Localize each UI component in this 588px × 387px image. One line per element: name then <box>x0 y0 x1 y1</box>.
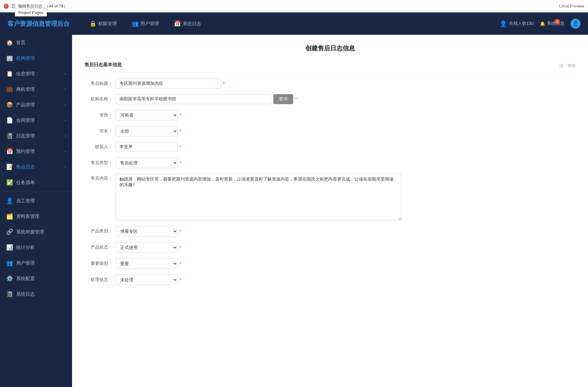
input-title[interactable] <box>116 79 221 89</box>
required-star-type: * <box>180 160 181 165</box>
label-product-status: 产品状态 <box>84 245 112 250</box>
chevron-appt: › <box>65 149 66 154</box>
sidebar-item-home[interactable]: 🏠 首页 <box>0 35 72 50</box>
required-star-importance: * <box>180 261 181 266</box>
label-content: 售后内容 <box>84 174 112 181</box>
input-org[interactable] <box>116 94 271 104</box>
label-org: 机构名称 <box>84 96 112 102</box>
sysdiarybot-icon: 📓 <box>6 291 13 297</box>
required-star-city: * <box>180 129 181 134</box>
stats-icon: 📊 <box>6 244 13 251</box>
select-city[interactable]: 全部 南阳市 郑州市 <box>116 126 178 136</box>
top-bar: × ☰ 编辑售后日志 （44 of 78） Local Preview <box>0 0 588 12</box>
sidebar-item-sysdiarybot[interactable]: 📓 系统日志 <box>0 286 72 302</box>
nav-label-users: 用户管理 <box>140 21 159 27</box>
online-icon: 👤 <box>499 20 507 27</box>
sidebar-item-product[interactable]: 📦 产品管理 › <box>0 97 72 113</box>
sidebar-item-staff[interactable]: 👤 员工管理 <box>0 193 72 209</box>
users-icon: 👥 <box>132 20 139 27</box>
label-city: 市名 <box>84 128 112 134</box>
sidebar-item-afterlog[interactable]: 📝 售后日志 › <box>0 159 72 175</box>
label-handle-status: 处理状态 <box>84 277 112 283</box>
sidebar-label-info: 信息管理 <box>16 71 35 77</box>
chevron-contract: › <box>65 118 66 122</box>
nav-item-users[interactable]: 👥 用户管理 <box>124 12 166 35</box>
staff-icon: 👤 <box>6 197 13 204</box>
sidebar-item-biz[interactable]: 💼 商机管理 › <box>0 81 72 97</box>
brand: 客户资源信息管理后台 <box>7 20 70 28</box>
section-header: 售后日志基本信息 注：带有 <box>84 62 576 72</box>
sidebar-item-diary[interactable]: 📓 日志管理 › <box>0 128 72 144</box>
online-label: 在线人数130 <box>509 21 534 26</box>
chevron-diary: › <box>65 134 66 138</box>
contract-icon: 📄 <box>6 117 13 124</box>
required-star-province: * <box>180 113 181 117</box>
sidebar-item-task[interactable]: ✅ 任务清单 <box>0 175 72 190</box>
sidebar-item-org[interactable]: 🏢 机构管理 <box>0 50 72 66</box>
calendar-icon: 📅 <box>174 20 181 27</box>
required-star-contact: * <box>180 145 181 150</box>
resource-icon: 🗂️ <box>6 213 13 220</box>
select-importance[interactable]: 重要 一般 紧急 <box>116 258 178 269</box>
field-row-importance: 重要级别 重要 一般 紧急 * <box>84 258 576 269</box>
sidebar-label-sysdiarybot: 系统日志 <box>16 291 35 297</box>
label-title: 售后标题 <box>84 81 112 86</box>
afterlog-icon: 📝 <box>6 164 13 170</box>
nav-item-syslog[interactable]: 📅 系统日志 <box>166 12 209 35</box>
chevron-product: › <box>65 103 66 107</box>
select-handle-status[interactable]: 未处理 处理中 已处理 <box>116 274 178 285</box>
label-type: 售后类型 <box>84 160 112 166</box>
info-icon: 📋 <box>6 70 13 77</box>
select-type[interactable]: 售后处理 技术支持 咨询 <box>116 158 178 168</box>
preview-label: Local Preview <box>559 4 584 8</box>
org-icon: 🏢 <box>6 55 13 62</box>
sidebar-label-appt: 预约管理 <box>16 149 35 154</box>
field-row-contact: 联系人 * <box>84 142 576 152</box>
page-title: 创建售后日志信息 <box>84 44 576 53</box>
nav-item-access[interactable]: 🔒 权限管理 <box>82 12 124 35</box>
label-product-cat: 产品类别 <box>84 228 112 234</box>
field-row-handle-status: 处理状态 未处理 处理中 已处理 * <box>84 274 576 285</box>
nav-label-access: 权限管理 <box>98 21 117 27</box>
chevron-info: › <box>65 71 66 76</box>
select-product-status[interactable]: 正式使用 试用 停用 <box>116 242 178 253</box>
sidebar-item-syscfg[interactable]: ⚙️ 系统配置 <box>0 271 72 286</box>
sidebar-label-staff: 员工管理 <box>16 198 35 204</box>
sidebar-item-info[interactable]: 📋 信息管理 › <box>0 66 72 81</box>
diary-icon: 📓 <box>6 132 13 139</box>
lock-icon: 🔒 <box>89 20 96 27</box>
field-row-city: 市名 全部 南阳市 郑州市 * <box>84 126 576 136</box>
sidebar-item-appt[interactable]: 📅 预约管理 › <box>0 144 72 159</box>
sidebar-item-usermgr[interactable]: 👥 用户管理 <box>0 255 72 271</box>
sidebar: 🏠 首页 🏢 机构管理 📋 信息管理 › 💼 商机管理 › 📦 产品管理 › 📄… <box>0 35 72 387</box>
sidebar-item-stats[interactable]: 📊 统计分析 <box>0 240 72 255</box>
menu-button[interactable]: ☰ <box>11 3 16 9</box>
sidebar-item-contract[interactable]: 📄 合同管理 › <box>0 113 72 128</box>
appt-icon: 📅 <box>6 148 13 155</box>
sidebar-label-task: 任务清单 <box>16 180 35 186</box>
sidebar-label-product: 产品管理 <box>16 102 35 108</box>
online-info[interactable]: 👤 在线人数130 <box>499 20 534 27</box>
section-note: 注：带有 <box>559 63 576 69</box>
close-button[interactable]: × <box>4 4 9 9</box>
field-row-title: 售后标题 * <box>84 79 576 89</box>
field-row-product-cat: 产品类别 博看专区 期刊 数据库 * <box>84 226 576 237</box>
usermgr-icon: 👥 <box>6 260 13 266</box>
syscfg-icon: ⚙️ <box>6 275 13 282</box>
select-province[interactable]: 河南省 北京市 上海市 广东省 <box>116 110 178 120</box>
sidebar-item-resource[interactable]: 🗂️ 资料库管理 <box>0 209 72 224</box>
sidebar-item-syslink[interactable]: 🔗 系统对接管理 <box>0 224 72 240</box>
label-importance: 重要级别 <box>84 261 112 266</box>
textarea-content[interactable]: 触摸屏，网站专区等，都要把期刊资源内容增加，及时更新，让读者更及时了解资源内容，… <box>116 174 401 220</box>
query-button[interactable]: 查询 <box>273 94 293 104</box>
select-product-cat[interactable]: 博看专区 期刊 数据库 <box>116 226 178 237</box>
notification-bell[interactable]: 5 🔔 系统消息 <box>540 21 564 26</box>
input-contact[interactable] <box>116 142 178 152</box>
nav-label-syslog: 系统日志 <box>183 21 201 27</box>
sidebar-label-resource: 资料库管理 <box>16 214 39 219</box>
layout: 🏠 首页 🏢 机构管理 📋 信息管理 › 💼 商机管理 › 📦 产品管理 › 📄… <box>0 35 588 387</box>
sidebar-label-usermgr: 用户管理 <box>16 260 35 266</box>
required-star-title: * <box>223 81 225 86</box>
main-content: 创建售后日志信息 售后日志基本信息 注：带有 售后标题 * 机构名称 查询 * … <box>72 35 588 387</box>
user-avatar[interactable]: 👤 <box>571 19 581 29</box>
